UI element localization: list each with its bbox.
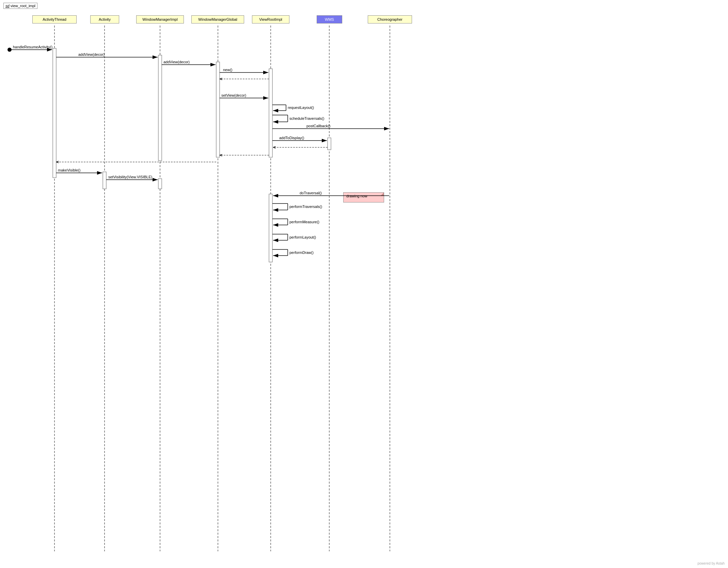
lifeline-box-activityThread: ActivityThread [32,15,77,23]
label-handleResumeActivity: handleResumeActivity() [13,45,52,49]
activation-activityThread [53,48,56,178]
label-makeVisible: makeVisible() [58,168,80,172]
watermark: powered by Astah [698,562,725,565]
lifeline-label-activityThread: ActivityThread [43,17,66,21]
activation-activity [103,172,106,189]
sd-label-text: view_root_impl [11,4,35,8]
lifeline-label-viewRootImpl: ViewRootImpl [259,17,282,21]
label-performDraw: performDraw() [289,250,314,255]
label-setVisibility: setVisibility(View.VISIBLE) [108,175,152,179]
label-performTraversals: performTraversals() [289,205,322,209]
label-performMeasure: performMeasure() [289,220,319,224]
label-doTraversal: doTraversal() [300,191,322,195]
lifeline-box-windowManagerImpl: WindowManagerImpl [136,15,184,23]
sd-label: sd view_root_impl [3,3,37,9]
activation-viewRootImpl-main [269,69,272,157]
note-drawing-now: drawing now [343,192,384,202]
activation-viewRootImpl-2 [269,194,272,262]
lifeline-label-activity: Activity [99,17,111,21]
lifeline-box-wms: WMS [317,15,342,23]
note-fold [380,193,384,196]
label-setView: setView(decor) [221,93,246,97]
label-new: new() [223,68,233,72]
lifeline-box-choreographer: Choreographer [368,15,412,23]
lifeline-box-viewRootImpl: ViewRootImpl [252,15,289,23]
label-requestLayout: requestLayout() [288,106,314,110]
label-postCallback: postCallback() [306,124,330,128]
activation-windowManagerGlobal [216,62,220,157]
label-addView2: addView(decor) [163,60,190,64]
activation-windowManagerImpl-2 [158,179,162,189]
label-scheduleTraversals: scheduleTraversals() [289,116,324,120]
label-addView1: addView(decor) [78,52,105,56]
lifeline-box-windowManagerGlobal: WindowManagerGlobal [191,15,244,23]
label-addToDisplay: addToDisplay() [279,136,304,140]
activation-windowManagerImpl [158,55,162,161]
start-dot [7,48,12,52]
activation-wms [328,138,331,150]
lifeline-label-windowManagerImpl: WindowManagerImpl [142,17,177,21]
note-text: drawing now [346,194,367,198]
lifeline-box-activity: Activity [90,15,119,23]
label-performLayout: performLayout() [289,235,316,239]
lifeline-label-wms: WMS [325,17,334,21]
diagram-container: sd view_root_impl ActivityThread Activit… [0,0,728,568]
sequence-diagram-svg: handleResumeActivity() addView(decor) ad… [0,0,728,568]
lifeline-label-windowManagerGlobal: WindowManagerGlobal [198,17,237,21]
lifeline-label-choreographer: Choreographer [377,17,402,21]
